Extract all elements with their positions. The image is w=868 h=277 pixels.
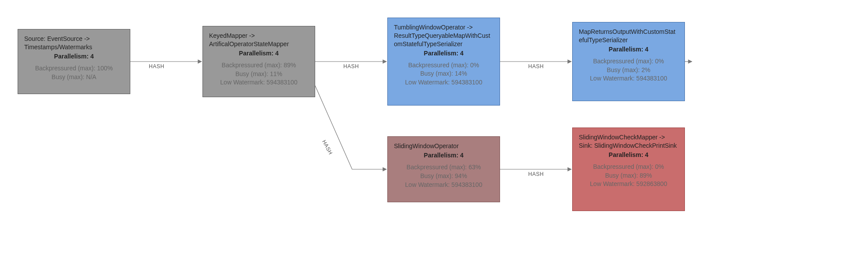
- edge-label-e2: HASH: [343, 63, 359, 69]
- metric-watermark: Low Watermark: 594383100: [209, 78, 309, 87]
- metric-watermark: Low Watermark: 592863800: [579, 180, 678, 188]
- node-parallelism: Parallelism: 4: [579, 151, 678, 159]
- metric-busy: Busy (max): N/A: [24, 73, 124, 81]
- metric-backpressured: Backpressured (max): 0%: [579, 163, 678, 171]
- edge-n2-n5: [315, 86, 386, 169]
- metric-busy: Busy (max): 11%: [209, 70, 309, 78]
- node-title: MapReturnsOutputWithCustomStatefulTypeSe…: [579, 28, 678, 44]
- metric-busy: Busy (max): 14%: [394, 69, 493, 78]
- node-parallelism: Parallelism: 4: [209, 49, 309, 58]
- node-parallelism: Parallelism: 4: [394, 49, 493, 58]
- metric-backpressured: Backpressured (max): 0%: [579, 57, 678, 66]
- edge-label-e1: HASH: [149, 63, 164, 69]
- metric-busy: Busy (max): 2%: [579, 66, 678, 74]
- edge-label-e3: HASH: [528, 63, 544, 69]
- node-title: TumblingWindowOperator -> ResultTypeQuer…: [394, 23, 493, 48]
- node-parallelism: Parallelism: 4: [579, 45, 678, 54]
- node-tumbling-window[interactable]: TumblingWindowOperator -> ResultTypeQuer…: [387, 18, 500, 106]
- node-metrics: Backpressured (max): 0% Busy (max): 89% …: [579, 163, 678, 189]
- node-source-eventsource[interactable]: Source: EventSource -> Timestamps/Waterm…: [18, 29, 130, 94]
- edge-label-e5: HASH: [528, 171, 544, 177]
- node-sliding-window-check-mapper[interactable]: SlidingWindowCheckMapper -> Sink: Slidin…: [572, 128, 685, 211]
- node-map-returns-output[interactable]: MapReturnsOutputWithCustomStatefulTypeSe…: [572, 22, 685, 101]
- metric-backpressured: Backpressured (max): 100%: [24, 64, 124, 73]
- metric-watermark: Low Watermark: 594383100: [579, 74, 678, 83]
- node-metrics: Backpressured (max): 100% Busy (max): N/…: [24, 64, 124, 81]
- node-title: Source: EventSource -> Timestamps/Waterm…: [24, 35, 124, 51]
- metric-busy: Busy (max): 94%: [394, 172, 493, 180]
- node-parallelism: Parallelism: 4: [24, 52, 124, 61]
- edge-label-e4: HASH: [321, 139, 334, 156]
- node-parallelism: Parallelism: 4: [394, 151, 493, 160]
- metric-backpressured: Backpressured (max): 63%: [394, 163, 493, 171]
- node-metrics: Backpressured (max): 89% Busy (max): 11%…: [209, 61, 309, 87]
- node-title: SlidingWindowOperator: [394, 142, 493, 150]
- metric-watermark: Low Watermark: 594383100: [394, 78, 493, 87]
- node-keyed-mapper[interactable]: KeyedMapper -> ArtificalOperatorStateMap…: [202, 26, 315, 97]
- metric-backpressured: Backpressured (max): 89%: [209, 61, 309, 69]
- node-sliding-window[interactable]: SlidingWindowOperator Parallelism: 4 Bac…: [387, 136, 500, 202]
- metric-busy: Busy (max): 89%: [579, 171, 678, 180]
- metric-watermark: Low Watermark: 594383100: [394, 181, 493, 189]
- metric-backpressured: Backpressured (max): 0%: [394, 61, 493, 69]
- node-metrics: Backpressured (max): 0% Busy (max): 14% …: [394, 61, 493, 87]
- node-metrics: Backpressured (max): 63% Busy (max): 94%…: [394, 163, 493, 189]
- node-metrics: Backpressured (max): 0% Busy (max): 2% L…: [579, 57, 678, 83]
- node-title: KeyedMapper -> ArtificalOperatorStateMap…: [209, 32, 309, 48]
- node-title: SlidingWindowCheckMapper -> Sink: Slidin…: [579, 133, 678, 150]
